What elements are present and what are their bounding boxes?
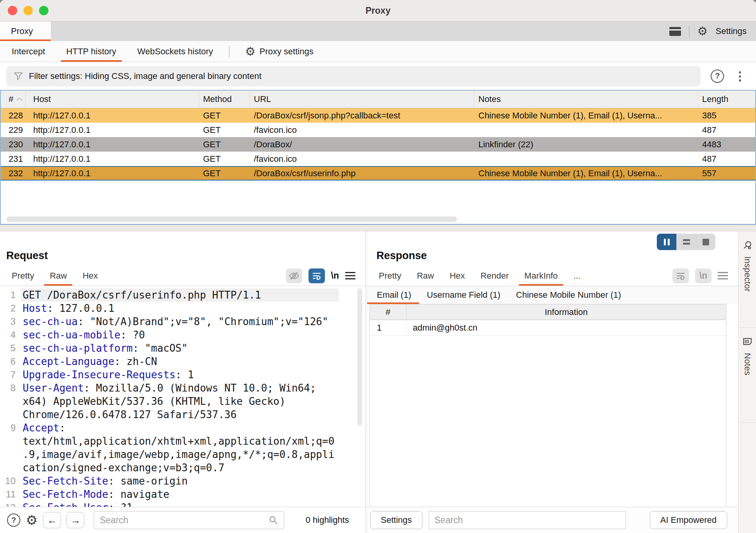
notes-icon xyxy=(742,336,752,347)
response-tab-markinfo[interactable]: MarkInfo xyxy=(517,266,566,286)
request-line: 4sec-ch-ua-mobile: ?0 xyxy=(0,328,366,342)
http-history-table: # Host Method URL Notes Length 228http:/… xyxy=(0,90,756,225)
response-tab-pretty[interactable]: Pretty xyxy=(371,266,409,286)
marktab-username-field[interactable]: Username Field (1) xyxy=(419,286,508,304)
request-line: 10Sec-Fetch-Site: same-origin xyxy=(0,474,366,488)
request-line: 3sec-ch-ua: "Not/A)Brand";v="8", "Chromi… xyxy=(0,315,366,328)
editor-menu-icon[interactable] xyxy=(718,272,728,279)
response-tab-more[interactable]: ... xyxy=(565,266,588,286)
request-line: 11Sec-Fetch-Mode: navigate xyxy=(0,488,366,501)
tab-intercept[interactable]: Intercept xyxy=(6,41,51,62)
filter-settings-text: Filter settings: Hiding CSS, image and g… xyxy=(29,71,262,81)
filter-settings-bar[interactable]: Filter settings: Hiding CSS, image and g… xyxy=(6,66,701,86)
request-tabbar: Pretty Raw Hex xyxy=(0,266,366,286)
stop-icon xyxy=(703,239,709,245)
next-match-button[interactable]: → xyxy=(66,512,84,528)
request-editor[interactable]: 1GET /DoraBox/csrf/userinfo.php HTTP/1.1… xyxy=(0,286,366,507)
word-wrap-button[interactable] xyxy=(672,268,689,283)
request-line: 1GET /DoraBox/csrf/userinfo.php HTTP/1.1 xyxy=(0,288,366,302)
response-search-input[interactable]: Search xyxy=(429,511,626,529)
hide-syntax-button[interactable] xyxy=(286,268,302,283)
response-tab-render[interactable]: Render xyxy=(473,266,517,286)
pause-icon xyxy=(664,239,666,245)
request-line: 9Accept: text/html,application/xhtml+xml… xyxy=(0,421,366,474)
word-wrap-button[interactable] xyxy=(308,268,325,283)
show-newlines-button[interactable]: \n xyxy=(695,268,711,283)
ai-empowered-button[interactable]: AI Empowered xyxy=(650,511,727,529)
help-icon[interactable]: ? xyxy=(711,70,724,83)
panel-splitter[interactable] xyxy=(0,225,756,231)
stop-button[interactable] xyxy=(696,234,715,250)
proxy-subtabs: Intercept HTTP history WebSockets histor… xyxy=(0,41,756,62)
history-rows: 228http://127.0.0.1GET/DoraBox/csrf/json… xyxy=(1,108,755,181)
highlights-count: 0 highlights xyxy=(305,515,349,525)
tab-http-history[interactable]: HTTP history xyxy=(61,41,122,62)
request-tab-hex[interactable]: Hex xyxy=(75,266,105,286)
editor-menu-icon[interactable] xyxy=(345,272,355,279)
settings-button[interactable]: Settings xyxy=(716,26,747,36)
markinfo-rows: 1admin@gh0st.cn xyxy=(370,320,726,336)
pause-button[interactable] xyxy=(657,234,676,250)
sort-asc-icon xyxy=(16,97,23,101)
column-header-number[interactable]: # xyxy=(370,304,407,320)
gear-icon[interactable]: ⚙ xyxy=(26,513,37,527)
table-row[interactable]: 229http://127.0.0.1GET/favicon.ico487 xyxy=(1,123,755,137)
tab-websockets-history[interactable]: WebSockets history xyxy=(132,41,219,62)
column-header-host[interactable]: Host xyxy=(26,91,199,108)
filter-row: Filter settings: Hiding CSS, image and g… xyxy=(0,62,756,90)
equal-split-button[interactable] xyxy=(676,234,696,250)
request-scrollbar[interactable] xyxy=(357,288,362,426)
request-line: 5sec-ch-ua-platform: "macOS" xyxy=(0,342,366,355)
markinfo-tabs: Email (1) Username Field (1) Chinese Mob… xyxy=(367,286,738,304)
table-row[interactable]: 232http://127.0.0.1GET/DoraBox/csrf/user… xyxy=(1,166,755,181)
tab-proxy-label: Proxy xyxy=(11,26,33,36)
funnel-icon xyxy=(13,71,23,81)
column-header-notes[interactable]: Notes xyxy=(474,91,698,108)
search-icon xyxy=(268,515,278,525)
markinfo-row[interactable]: 1admin@gh0st.cn xyxy=(370,320,726,336)
markinfo-settings-button[interactable]: Settings xyxy=(370,511,423,529)
word-wrap-icon xyxy=(676,271,686,281)
response-tab-raw[interactable]: Raw xyxy=(409,266,442,286)
table-row[interactable]: 230http://127.0.0.1GET/DoraBox/Linkfinde… xyxy=(1,137,755,152)
request-line: 2Host: 127.0.0.1 xyxy=(0,302,366,315)
tab-proxy[interactable]: Proxy xyxy=(0,21,51,41)
column-header-number[interactable]: # xyxy=(1,91,26,108)
tabstrip-right: ⚙ Settings xyxy=(669,21,756,41)
right-sidebar: Inspector Notes xyxy=(738,231,756,533)
prev-match-button[interactable]: ← xyxy=(43,512,61,528)
sidebar-tab-notes[interactable]: Notes xyxy=(738,328,756,423)
request-line: 6Accept-Language: zh-CN xyxy=(0,355,366,368)
table-row[interactable]: 228http://127.0.0.1GET/DoraBox/csrf/json… xyxy=(1,108,755,123)
request-line: 12Sec-Fetch-User: ?1 xyxy=(0,501,366,507)
sidebar-tab-inspector[interactable]: Inspector xyxy=(738,231,756,328)
request-search-toolbar: ? ⚙ ← → Search 0 highlights xyxy=(0,507,366,533)
response-tab-hex[interactable]: Hex xyxy=(442,266,472,286)
divider xyxy=(689,25,690,37)
help-icon[interactable]: ? xyxy=(7,513,20,527)
request-search-input[interactable]: Search xyxy=(94,511,284,529)
horizontal-scrollbar[interactable] xyxy=(6,216,457,222)
layout-icon[interactable] xyxy=(669,27,681,36)
kebab-menu-icon[interactable]: ⋮ xyxy=(734,70,746,82)
divider xyxy=(229,46,230,57)
column-header-url[interactable]: URL xyxy=(250,91,474,108)
history-table-header: # Host Method URL Notes Length xyxy=(1,91,755,108)
request-tab-pretty[interactable]: Pretty xyxy=(4,266,42,286)
marktab-chinese-mobile[interactable]: Chinese Mobile Number (1) xyxy=(508,286,629,304)
intercept-control xyxy=(657,234,715,250)
request-tab-raw[interactable]: Raw xyxy=(42,266,75,286)
eye-slash-icon xyxy=(289,270,300,281)
table-row[interactable]: 231http://127.0.0.1GET/favicon.ico487 xyxy=(1,152,755,166)
show-newlines-button[interactable]: \n xyxy=(331,270,339,281)
marktab-email[interactable]: Email (1) xyxy=(367,286,419,304)
message-panels: Request Pretty Raw Hex xyxy=(0,231,756,533)
window-title: Proxy xyxy=(0,5,756,16)
request-title: Request xyxy=(6,250,48,262)
column-header-method[interactable]: Method xyxy=(199,91,250,108)
markinfo-table: # Information 1admin@gh0st.cn xyxy=(369,304,726,507)
column-header-length[interactable]: Length xyxy=(698,91,755,108)
tab-proxy-settings[interactable]: ⚙ Proxy settings xyxy=(240,41,319,62)
column-header-information[interactable]: Information xyxy=(407,304,726,320)
request-panel: Request Pretty Raw Hex xyxy=(0,231,366,533)
